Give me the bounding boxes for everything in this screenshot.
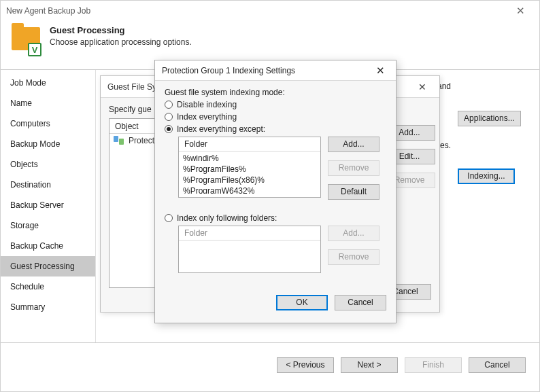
wizard-step-icon: V	[12, 25, 43, 56]
only-section: Folder Add... Remove	[178, 226, 386, 273]
except-add-button[interactable]: Add...	[328, 137, 379, 152]
nav-item-name[interactable]: Name	[1, 93, 95, 113]
dialog2-footer: OK Cancel	[276, 295, 386, 315]
only-list-header: Folder	[179, 226, 320, 240]
dialog2-cancel-button[interactable]: Cancel	[335, 295, 386, 310]
except-default-button[interactable]: Default	[328, 184, 379, 200]
radio-index-only-following[interactable]: Index only following folders:	[165, 213, 386, 223]
next-button[interactable]: Next >	[341, 357, 398, 373]
previous-button[interactable]: < Previous	[277, 357, 334, 373]
page-title: Guest Processing	[50, 25, 192, 35]
radio-label: Disable indexing	[177, 100, 237, 109]
nav-item-backup-cache[interactable]: Backup Cache	[1, 236, 95, 256]
cancel-button[interactable]: Cancel	[469, 357, 526, 373]
only-remove-button: Remove	[328, 249, 379, 265]
finish-button: Finish	[405, 357, 462, 373]
radio-label: Index only following folders:	[177, 213, 277, 223]
nav-item-backup-server[interactable]: Backup Server	[1, 195, 95, 215]
radio-label: Index everything	[177, 112, 237, 122]
dialog2-titlebar: Protection Group 1 Indexing Settings ✕	[155, 60, 396, 81]
list-item[interactable]: %ProgramFiles(x86)%	[183, 175, 316, 185]
except-folders-list[interactable]: Folder %windir% %ProgramFiles% %ProgramF…	[178, 137, 321, 198]
except-list-header: Folder	[179, 137, 320, 152]
dialog2-close-button[interactable]: ✕	[371, 65, 389, 77]
radio-icon	[165, 113, 173, 121]
list-item[interactable]: %ProgramFiles%	[183, 164, 316, 175]
applications-button[interactable]: Applications...	[458, 111, 521, 126]
indexing-mode-label: Guest file system indexing mode:	[165, 88, 386, 97]
radio-label: Index everything except:	[177, 124, 265, 134]
radio-icon	[165, 125, 173, 133]
nav-item-backup-mode[interactable]: Backup Mode	[1, 134, 95, 154]
except-list-body[interactable]: %windir% %ProgramFiles% %ProgramFiles(x8…	[179, 152, 320, 194]
only-folders-list: Folder	[178, 226, 321, 273]
nav-item-summary[interactable]: Summary	[1, 297, 95, 317]
except-section: Folder %windir% %ProgramFiles% %ProgramF…	[178, 137, 386, 204]
radio-icon	[165, 101, 173, 109]
ok-button[interactable]: OK	[276, 295, 328, 310]
dialog2-title: Protection Group 1 Indexing Settings	[162, 66, 371, 75]
protection-group-icon	[114, 136, 124, 145]
nav-item-guest-processing[interactable]: Guest Processing	[1, 256, 95, 277]
nav-item-computers[interactable]: Computers	[1, 113, 95, 134]
radio-icon	[165, 214, 173, 222]
list-item[interactable]: %ProgramW6432%	[183, 185, 316, 194]
indexing-button[interactable]: Indexing...	[458, 168, 515, 184]
nav-item-destination[interactable]: Destination	[1, 175, 95, 195]
wizard-nav: Job Mode Name Computers Backup Mode Obje…	[1, 70, 96, 342]
radio-index-everything[interactable]: Index everything	[165, 112, 386, 122]
nav-item-schedule[interactable]: Schedule	[1, 277, 95, 297]
radio-index-everything-except[interactable]: Index everything except:	[165, 124, 386, 134]
dialog2-content: Guest file system indexing mode: Disable…	[155, 81, 396, 280]
wizard-footer: < Previous Next > Finish Cancel	[1, 343, 539, 391]
window-close-button[interactable]: ✕	[507, 5, 534, 17]
letter-badge: V	[28, 43, 41, 56]
only-buttons: Add... Remove	[328, 226, 379, 273]
nav-item-job-mode[interactable]: Job Mode	[1, 73, 95, 93]
nav-item-objects[interactable]: Objects	[1, 154, 95, 175]
window-title: New Agent Backup Job	[6, 6, 507, 16]
only-add-button: Add...	[328, 226, 379, 241]
page-subtitle: Choose application processing options.	[50, 37, 192, 47]
indexing-settings-dialog: Protection Group 1 Indexing Settings ✕ G…	[154, 60, 396, 323]
only-list-body	[179, 240, 320, 269]
grid-row-label: Protecti	[129, 136, 156, 145]
titlebar: New Agent Backup Job ✕	[1, 1, 539, 21]
except-remove-button: Remove	[328, 160, 379, 176]
list-item[interactable]: %windir%	[183, 153, 316, 164]
except-buttons: Add... Remove Default	[328, 137, 379, 204]
dialog1-close-button[interactable]: ✕	[412, 82, 433, 92]
radio-disable-indexing[interactable]: Disable indexing	[165, 100, 386, 109]
wizard-window: New Agent Backup Job ✕ V Guest Processin…	[0, 0, 540, 392]
nav-item-storage[interactable]: Storage	[1, 215, 95, 236]
right-button-column: Applications... Indexing...	[458, 86, 526, 188]
